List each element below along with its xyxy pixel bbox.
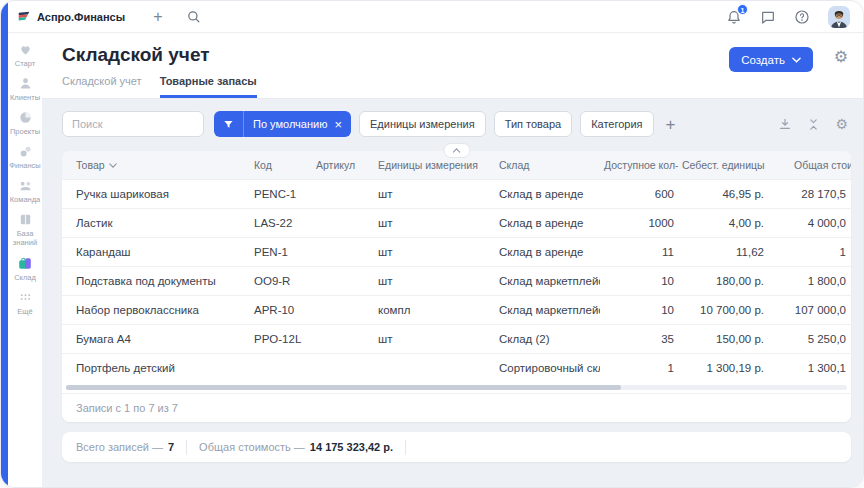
cell-available-qty: 1 <box>600 362 678 374</box>
scrollbar-track[interactable] <box>66 385 847 390</box>
help-icon[interactable] <box>794 9 810 25</box>
page-settings-gear-icon[interactable]: ⚙ <box>834 49 848 65</box>
cell-available-qty: 35 <box>600 333 678 345</box>
knowledge-base-icon <box>18 212 33 227</box>
cell-product-name: Ластик <box>62 217 250 229</box>
cell-available-qty: 600 <box>600 188 678 200</box>
sidebar-item-finance[interactable]: Финансы <box>8 144 42 170</box>
column-header-units[interactable]: Единицы измерения <box>374 159 495 171</box>
brand-flag-icon <box>17 10 31 24</box>
summary-divider <box>186 440 187 455</box>
cell-total-cost: 1 <box>768 246 851 258</box>
column-header-unit-cost[interactable]: Себест. единицы <box>678 159 768 171</box>
cell-code: PPO-12L <box>250 333 312 345</box>
column-header-article[interactable]: Артикул <box>312 159 374 171</box>
sidebar-item-start[interactable]: Старт <box>8 42 42 68</box>
sidebar-item-projects[interactable]: Проекты <box>8 110 42 136</box>
clients-icon <box>18 76 33 91</box>
topbar: Аспро.Финансы + 1 <box>8 1 863 33</box>
cell-code: PEN-1 <box>250 246 312 258</box>
tab-bar: Складской учет Товарные запасы <box>62 75 849 98</box>
start-icon <box>18 42 33 57</box>
add-filter-button[interactable]: + <box>666 116 676 133</box>
cell-product-name: Ручка шариковая <box>62 188 250 200</box>
main-content: Складской учет Складской учет Товарные з… <box>42 33 863 487</box>
column-header-warehouse[interactable]: Склад <box>495 159 600 171</box>
column-header-product[interactable]: Товар <box>62 159 250 171</box>
column-header-available-qty[interactable]: Доступное кол-во <box>600 159 678 171</box>
user-avatar[interactable] <box>828 6 850 28</box>
tab-product-stocks[interactable]: Товарные запасы <box>160 75 257 98</box>
cell-warehouse: Склад в аренде <box>495 188 600 200</box>
cell-unit: компл <box>374 304 495 316</box>
cell-product-name: Набор первоклассника <box>62 304 250 316</box>
download-icon[interactable] <box>778 117 792 131</box>
cell-warehouse: Склад в аренде <box>495 217 600 229</box>
cell-unit-cost: 11,62 <box>678 246 768 258</box>
table-row[interactable]: Бумага А4 PPO-12L шт Склад (2) 35 150,00… <box>62 324 851 353</box>
cell-total-cost: 107 000,0 <box>768 304 851 316</box>
default-filter-chip[interactable]: По умолчанию × <box>214 111 351 137</box>
quick-add-button[interactable]: + <box>153 9 162 25</box>
column-header-code[interactable]: Код <box>250 159 312 171</box>
table-row[interactable]: Портфель детский Сортировочный склад 1 1… <box>62 353 851 382</box>
chevron-up-icon <box>453 148 461 153</box>
table-row[interactable]: Набор первоклассника APR-10 компл Склад … <box>62 295 851 324</box>
total-records-value: 7 <box>168 441 174 453</box>
sidebar-item-more[interactable]: Ещё <box>8 290 42 316</box>
notifications-bell-icon[interactable]: 1 <box>726 9 742 25</box>
sidebar-item-team[interactable]: Команда <box>8 178 42 204</box>
left-accent-strip <box>1 1 8 487</box>
cell-unit-cost: 180,00 р. <box>678 275 768 287</box>
sidebar-item-clients[interactable]: Клиенты <box>8 76 42 102</box>
tab-warehouse-accounting[interactable]: Складской учет <box>62 75 142 98</box>
cell-unit-cost: 10 700,00 р. <box>678 304 768 316</box>
collapse-filters-pill[interactable] <box>443 143 470 158</box>
table-row[interactable]: Подставка под документы OO9-R шт Склад м… <box>62 266 851 295</box>
filter-units-button[interactable]: Единицы измерения <box>359 111 486 137</box>
filter-category-button[interactable]: Категория <box>580 111 653 137</box>
table-row[interactable]: Ластик LAS-22 шт Склад в аренде 1000 4,0… <box>62 208 851 237</box>
chevron-down-icon <box>792 57 801 63</box>
cell-unit: шт <box>374 246 495 258</box>
page-header: Складской учет Складской учет Товарные з… <box>42 33 863 99</box>
cell-warehouse: Склад маркетплейса <box>495 275 600 287</box>
cell-unit-cost: 150,00 р. <box>678 333 768 345</box>
filter-bar: По умолчанию × Единицы измерения Тип тов… <box>62 111 851 137</box>
warehouse-icon <box>17 255 33 271</box>
cell-unit: шт <box>374 188 495 200</box>
scrollbar-thumb[interactable] <box>66 385 621 390</box>
notification-count-badge: 1 <box>737 4 748 15</box>
sidebar-item-warehouse[interactable]: Склад <box>8 255 42 282</box>
team-icon <box>18 178 33 193</box>
filter-product-type-button[interactable]: Тип товара <box>494 111 573 137</box>
funnel-icon <box>214 111 244 137</box>
app-logo[interactable]: Аспро.Финансы <box>17 10 125 24</box>
sidebar-item-knowledge-base[interactable]: База знаний <box>8 212 42 247</box>
remove-filter-icon[interactable]: × <box>334 118 351 131</box>
create-button[interactable]: Создать <box>729 47 813 72</box>
collapse-rows-icon[interactable] <box>807 118 820 131</box>
cell-available-qty: 11 <box>600 246 678 258</box>
cell-unit: шт <box>374 217 495 229</box>
table-footer: Записи с 1 по 7 из 7 <box>62 393 851 422</box>
cell-total-cost: 28 170,5 <box>768 188 851 200</box>
app-name: Аспро.Финансы <box>37 11 125 23</box>
cell-product-name: Портфель детский <box>62 362 250 374</box>
cell-unit-cost: 4,00 р. <box>678 217 768 229</box>
sidebar: Старт Клиенты <box>8 33 42 487</box>
column-header-total-cost[interactable]: Общая стоимость <box>768 159 851 171</box>
cell-code: OO9-R <box>250 275 312 287</box>
app-window: Аспро.Финансы + 1 <box>1 1 863 487</box>
table-settings-gear-icon[interactable]: ⚙ <box>835 117 848 131</box>
global-search-icon[interactable] <box>186 9 201 24</box>
cell-warehouse: Склад (2) <box>495 333 600 345</box>
cell-available-qty: 10 <box>600 304 678 316</box>
search-input[interactable] <box>62 111 204 137</box>
chat-icon[interactable] <box>760 9 776 25</box>
cell-product-name: Бумага А4 <box>62 333 250 345</box>
table-row[interactable]: Ручка шариковая PENC-1 шт Склад в аренде… <box>62 179 851 208</box>
finance-icon <box>18 144 33 159</box>
projects-icon <box>18 110 33 125</box>
table-row[interactable]: Карандаш PEN-1 шт Склад в аренде 11 11,6… <box>62 237 851 266</box>
